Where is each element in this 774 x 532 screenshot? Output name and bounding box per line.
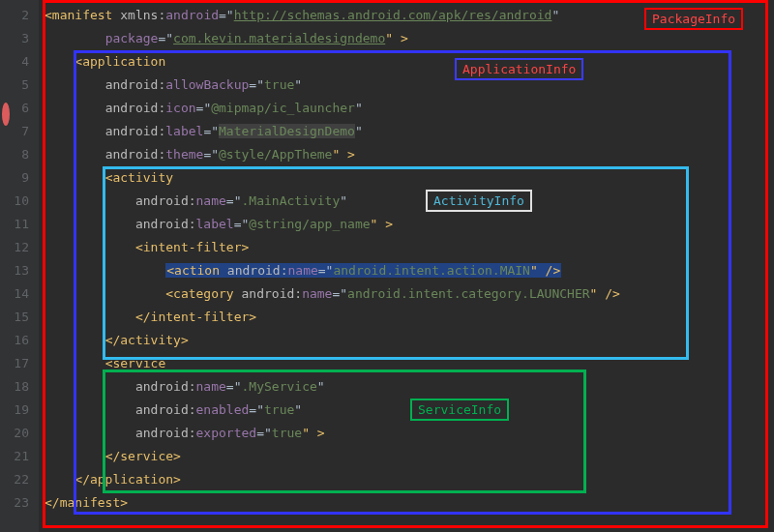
code-line[interactable]: android:label="@string/app_name" > [45, 213, 774, 236]
code-editor[interactable]: 234 567 8910 111213 141516 171819 202122… [0, 0, 774, 532]
code-area[interactable]: <manifest xmlns:android="http://schemas.… [39, 0, 774, 532]
code-line[interactable]: package="com.kevin.materialdesigndemo" > [45, 27, 774, 50]
packageinfo-label: PackageInfo [644, 8, 743, 30]
code-line[interactable]: <category android:name="android.intent.c… [45, 282, 774, 306]
line-number-gutter: 234 567 8910 111213 141516 171819 202122… [0, 0, 39, 532]
code-line[interactable]: </activity> [45, 329, 774, 352]
applicationinfo-label: ApplicationInfo [455, 58, 583, 80]
code-line[interactable]: </application> [45, 468, 774, 491]
code-line[interactable]: android:enabled="true" [45, 399, 774, 422]
code-line[interactable]: <application [45, 50, 774, 74]
code-line[interactable]: android:label="MaterialDesignDemo" [45, 120, 774, 143]
code-line[interactable]: </service> [45, 445, 774, 468]
code-line[interactable]: android:allowBackup="true" [45, 74, 774, 97]
code-line[interactable]: android:exported="true" > [45, 422, 774, 445]
activityinfo-label: ActivityInfo [426, 190, 532, 212]
breakpoint-marker[interactable] [2, 103, 10, 126]
code-line[interactable]: android:name=".MainActivity" [45, 190, 774, 213]
code-line[interactable]: android:icon="@mipmap/ic_launcher" [45, 97, 774, 120]
code-line[interactable]: android:name=".MyService" [45, 375, 774, 399]
code-line[interactable]: android:theme="@style/AppTheme" > [45, 143, 774, 166]
code-line[interactable]: </intent-filter> [45, 306, 774, 329]
code-line[interactable]: <activity [45, 166, 774, 190]
code-line[interactable]: <intent-filter> [45, 236, 774, 259]
code-line[interactable]: </manifest> [45, 491, 774, 515]
code-line[interactable]: <action android:name="android.intent.act… [45, 259, 774, 282]
serviceinfo-label: ServiceInfo [410, 399, 509, 421]
code-line[interactable]: <service [45, 352, 774, 375]
